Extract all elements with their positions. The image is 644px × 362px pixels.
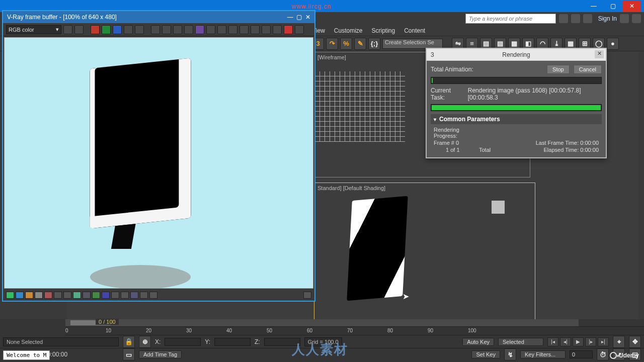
timeline-ruler[interactable]: 0 10 20 30 40 50 60 70 80 90 100 [65,326,644,335]
vfb-tool-icon[interactable] [251,25,260,34]
coord-mode-icon[interactable]: ⊕ [139,336,151,348]
vray-frame-buffer-window: V-Ray frame buffer - [100% of 640 x 480]… [2,10,315,302]
stop-button[interactable]: Stop [547,65,570,74]
maxscript-listener[interactable]: Welcome to M [3,350,50,360]
color-swatch[interactable] [6,292,14,299]
add-time-tag-button[interactable]: Add Time Tag [139,350,182,358]
vfb-bottom-icon[interactable] [102,292,110,299]
stop-render-icon[interactable] [284,25,293,34]
vfb-bottom-icon[interactable] [83,292,91,299]
viewport-nav-icon[interactable]: ✥ [629,336,641,348]
vfb-bottom-icon[interactable] [92,292,100,299]
teapot-icon[interactable]: ● [607,38,619,50]
menu-item[interactable]: Scripting [371,27,395,34]
prev-frame-button[interactable]: ◂| [560,337,571,346]
frame-value: 0 [456,140,459,146]
vfb-tool-icon[interactable] [184,25,193,34]
minimize-icon[interactable]: — [287,14,293,21]
close-button[interactable]: ✕ [623,1,641,12]
vfb-tool-icon[interactable] [173,25,182,34]
search-input[interactable] [465,14,556,24]
vfb-bottom-icon[interactable] [121,292,129,299]
help-icon[interactable] [632,14,641,23]
tick-label: 50 [267,328,272,333]
set-key-button[interactable]: Set Key [471,350,500,358]
star-icon[interactable] [571,14,580,23]
toolbar-button[interactable]: ↷ [326,38,338,50]
key-mode-icon[interactable]: ↯ [504,348,516,360]
coord-y-input[interactable] [214,338,251,346]
color-swatch[interactable] [35,292,43,299]
viewport-bottom-right[interactable]: Standard] [Default Shading] [314,183,535,333]
vfb-expand-icon[interactable] [303,292,311,299]
green-channel-icon[interactable] [102,25,111,34]
red-channel-icon[interactable] [91,25,100,34]
auto-key-button[interactable]: Auto Key [462,338,494,346]
vfb-bottom-icon[interactable] [149,292,157,299]
vfb-tool-icon[interactable] [151,25,160,34]
menu-item[interactable]: Customize [334,27,363,34]
vfb-tool-icon[interactable] [206,25,215,34]
x-icon[interactable] [620,14,629,23]
cancel-button[interactable]: Cancel [574,65,602,74]
toolbar-icon[interactable] [559,14,568,23]
close-icon[interactable]: ✕ [305,14,310,21]
toolbar-button[interactable]: ✎ [354,38,366,50]
curly-icon[interactable]: {;} [368,38,380,50]
minimize-button[interactable]: — [585,1,603,12]
goto-end-button[interactable]: ▸| [598,337,609,346]
current-frame-input[interactable] [570,350,593,358]
rendering-dialog-title-bar[interactable]: 3 Rendering ✕ [427,49,606,61]
vfb-bottom-icon[interactable] [44,292,52,299]
vfb-bottom-icon[interactable] [63,292,71,299]
viewcube-icon[interactable] [492,201,505,214]
next-frame-button[interactable]: |▸ [585,337,596,346]
region-render-icon[interactable] [195,25,204,34]
blue-channel-icon[interactable] [113,25,122,34]
vfb-tool-icon[interactable] [228,25,237,34]
alpha-channel-icon[interactable] [124,25,133,34]
save-icon[interactable] [63,25,72,34]
elapsed-label: Elapsed Time: [544,147,579,153]
channel-dropdown[interactable]: RGB color▾ [6,25,61,34]
vfb-render-view[interactable] [4,37,313,289]
frame-label: Frame # [434,140,454,146]
selection-set-dropdown[interactable]: Create Selection Se [382,39,443,49]
vfb-bottom-icon[interactable] [54,292,62,299]
maximize-icon[interactable]: ▢ [296,14,302,21]
vfb-tool-icon[interactable] [217,25,226,34]
close-icon[interactable]: ✕ [595,50,604,58]
app-icon: 3 [431,51,434,58]
maximize-button[interactable]: ▢ [604,1,622,12]
vfb-bottom-icon[interactable] [73,292,81,299]
goto-start-button[interactable]: |◂ [547,337,558,346]
sign-in-link[interactable]: Sign In [598,15,617,22]
vfb-tool-icon[interactable] [262,25,271,34]
vfb-tool-icon[interactable] [239,25,249,34]
history-icon[interactable] [74,25,84,34]
vfb-title-bar[interactable]: V-Ray frame buffer - [100% of 640 x 480]… [3,11,314,23]
color-swatch[interactable] [16,292,24,299]
user-icon[interactable] [583,14,592,23]
vfb-bottom-icon[interactable] [140,292,148,299]
percent-icon[interactable]: % [340,38,352,50]
vfb-tool-icon[interactable] [162,25,171,34]
time-config-icon[interactable]: ⏱ [597,348,609,360]
lock-icon[interactable]: 🔒 [123,336,135,348]
vfb-bottom-icon[interactable] [111,292,119,299]
auto-key-mode-dropdown[interactable]: Selected [498,338,543,346]
time-slider[interactable] [65,319,579,326]
vfb-tool-icon[interactable] [295,25,304,34]
color-swatch[interactable] [25,292,33,299]
coord-x-input[interactable] [165,338,201,346]
viewport-nav-icon[interactable]: ⌖ [613,336,625,348]
vfb-bottom-icon[interactable] [130,292,138,299]
menu-item[interactable]: Content [404,27,425,34]
common-parameters-header[interactable]: Common Parameters [431,114,602,124]
play-button[interactable]: ▶ [573,337,584,346]
script-listener-icon[interactable]: ▭ [123,348,135,360]
vfb-tool-icon[interactable] [273,25,282,34]
key-filters-button[interactable]: Key Filters... [520,350,566,358]
viewport-label: Standard] [Default Shading] [317,185,385,191]
mono-channel-icon[interactable] [135,25,144,34]
